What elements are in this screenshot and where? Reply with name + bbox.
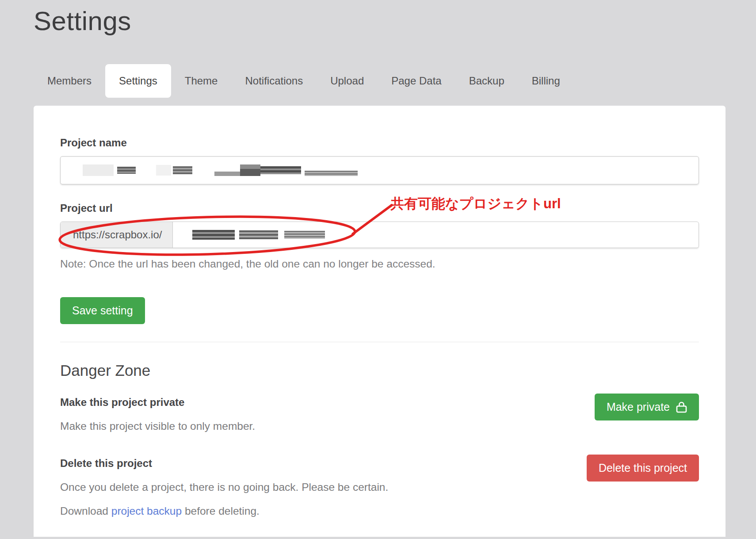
project-backup-link[interactable]: project backup [111,505,182,517]
project-name-label: Project name [60,137,699,149]
delete-project-button[interactable]: Delete this project [587,455,699,482]
page-title: Settings [0,0,756,38]
project-name-input[interactable] [60,156,699,184]
make-private-button-label: Make private [607,401,670,413]
make-private-button[interactable]: Make private [595,394,699,420]
project-url-label: Project url [60,202,699,214]
tab-billing[interactable]: Billing [518,64,574,98]
tab-page-data[interactable]: Page Data [378,64,455,98]
backup-line: Download project backup before deleting. [60,505,388,517]
url-prefix-addon: https://scrapbox.io/ [61,222,173,248]
redacted-project-name [83,164,358,176]
lock-icon [676,401,687,413]
danger-zone-title: Danger Zone [60,362,699,379]
save-setting-button[interactable]: Save setting [60,297,145,324]
delete-project-row: Delete this project Once you delete a pr… [60,457,699,517]
tab-theme[interactable]: Theme [171,64,232,98]
make-private-heading: Make this project private [60,396,255,409]
section-divider [60,342,699,342]
tab-backup[interactable]: Backup [455,64,518,98]
tab-notifications[interactable]: Notifications [231,64,317,98]
delete-project-description: Once you delete a project, there is no g… [60,481,388,493]
settings-panel: Project name Project url https://scrapbo… [34,106,725,537]
tab-bar: Members Settings Theme Notifications Upl… [34,64,756,98]
delete-project-heading: Delete this project [60,457,388,470]
redacted-project-url [192,230,325,240]
tab-members[interactable]: Members [34,64,105,98]
project-url-input[interactable]: https://scrapbox.io/ [60,222,699,248]
tab-upload[interactable]: Upload [317,64,378,98]
url-change-note: Note: Once the url has been changed, the… [60,258,699,270]
make-private-row: Make this project private Make this proj… [60,396,699,432]
tab-settings[interactable]: Settings [105,64,171,98]
annotation-text: 共有可能なプロジェクトurl [390,195,561,213]
make-private-description: Make this project visible to only member… [60,420,255,432]
